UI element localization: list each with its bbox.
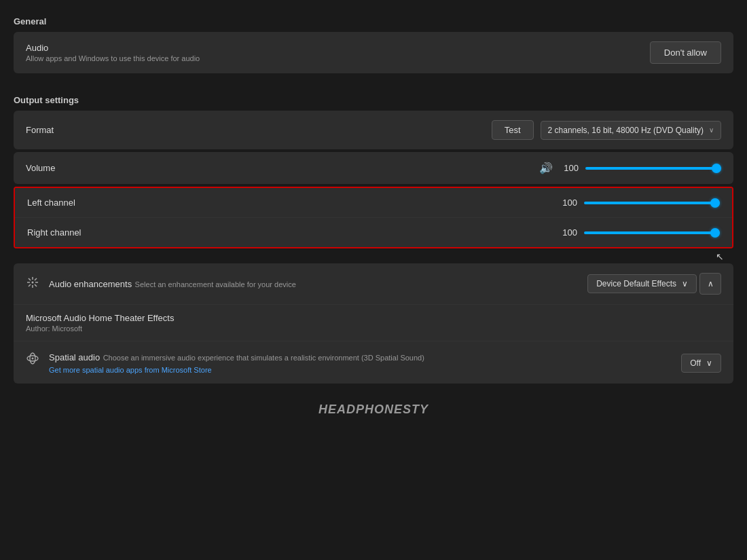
spatial-text: Spatial audio Choose an immersive audio … xyxy=(49,351,424,374)
left-channel-thumb xyxy=(710,198,720,208)
volume-track xyxy=(585,167,721,170)
general-title: General xyxy=(14,11,733,32)
right-channel-label: Right channel xyxy=(27,227,81,238)
svg-line-7 xyxy=(35,278,37,280)
left-channel-label: Left channel xyxy=(27,198,75,208)
svg-line-6 xyxy=(35,284,37,286)
audio-card: Audio Allow apps and Windows to use this… xyxy=(14,32,733,73)
audio-right: Don't allow xyxy=(650,41,721,64)
volume-value: 100 xyxy=(560,163,579,173)
format-row: Format Test 2 channels, 16 bit, 48000 Hz… xyxy=(14,111,733,149)
volume-label: Volume xyxy=(26,163,55,173)
test-button[interactable]: Test xyxy=(492,120,534,140)
spatial-label: Spatial audio xyxy=(49,352,100,362)
left-channel-row: Left channel 100 xyxy=(15,188,732,218)
spatial-chevron-icon: ∨ xyxy=(706,358,712,368)
svg-point-0 xyxy=(32,282,34,284)
audio-enh-collapse-button[interactable]: ∧ xyxy=(699,273,721,295)
volume-row: Volume 🔊 100 xyxy=(14,152,733,184)
spatial-left: Spatial audio Choose an immersive audio … xyxy=(26,351,424,374)
ms-theater-row: Microsoft Audio Home Theater Effects Aut… xyxy=(14,305,733,341)
svg-line-8 xyxy=(29,284,31,286)
format-label: Format xyxy=(26,125,54,135)
right-channel-track xyxy=(584,231,720,234)
right-channel-thumb xyxy=(710,228,720,238)
audio-enh-left: Audio enhancements Select an enhancement… xyxy=(26,276,296,291)
audio-enh-text: Audio enhancements Select an enhancement… xyxy=(49,278,296,290)
right-channel-right: 100 xyxy=(558,227,720,238)
left-channel-slider[interactable] xyxy=(584,202,720,204)
volume-thumb xyxy=(712,164,721,173)
audio-row: Audio Allow apps and Windows to use this… xyxy=(14,32,733,73)
format-card: Format Test 2 channels, 16 bit, 48000 Hz… xyxy=(14,111,733,149)
format-text: Format xyxy=(26,125,54,135)
footer-brand: HEADPHONESTY xyxy=(14,386,733,424)
audio-text: Audio Allow apps and Windows to use this… xyxy=(26,43,200,62)
volume-card: Volume 🔊 100 xyxy=(14,152,733,184)
dont-allow-button[interactable]: Don't allow xyxy=(650,41,721,64)
device-default-value: Device Default Effects xyxy=(596,279,676,288)
format-dropdown-value: 2 channels, 16 bit, 48000 Hz (DVD Qualit… xyxy=(548,126,704,135)
format-dropdown[interactable]: 2 channels, 16 bit, 48000 Hz (DVD Qualit… xyxy=(541,121,721,140)
volume-slider[interactable] xyxy=(585,167,721,170)
ms-theater-author: Author: Microsoft xyxy=(26,324,721,333)
spatial-store-link[interactable]: Get more spatial audio apps from Microso… xyxy=(49,366,424,374)
right-channel-text: Right channel xyxy=(27,227,81,238)
output-settings-title: Output settings xyxy=(14,87,733,111)
ms-theater-label: Microsoft Audio Home Theater Effects xyxy=(26,313,721,323)
volume-text: Volume xyxy=(26,163,55,173)
device-default-dropdown[interactable]: Device Default Effects ∨ xyxy=(587,274,697,293)
format-chevron-icon: ∨ xyxy=(709,126,714,134)
right-channel-row: Right channel 100 xyxy=(15,218,732,247)
audio-enh-label: Audio enhancements xyxy=(49,279,132,289)
device-default-chevron-icon: ∨ xyxy=(682,279,688,288)
right-channel-value: 100 xyxy=(558,227,577,238)
spatial-audio-icon xyxy=(26,352,39,367)
spatial-dropdown-value: Off xyxy=(690,358,701,368)
volume-right: 🔊 100 xyxy=(539,162,721,174)
audio-enhancements-icon xyxy=(26,276,39,291)
audio-label: Audio xyxy=(26,43,200,53)
left-channel-right: 100 xyxy=(558,198,720,208)
audio-enh-right: Device Default Effects ∨ ∧ xyxy=(587,273,721,295)
left-channel-value: 100 xyxy=(558,198,577,208)
spatial-audio-row: Spatial audio Choose an immersive audio … xyxy=(14,341,733,384)
spatial-sublabel: Choose an immersive audio experience tha… xyxy=(103,354,424,362)
spatial-dropdown[interactable]: Off ∨ xyxy=(681,354,721,373)
svg-point-11 xyxy=(32,358,34,360)
format-right: Test 2 channels, 16 bit, 48000 Hz (DVD Q… xyxy=(492,120,721,140)
left-channel-text: Left channel xyxy=(27,198,75,208)
audio-sublabel: Allow apps and Windows to use this devic… xyxy=(26,54,200,62)
right-channel-slider[interactable] xyxy=(584,231,720,234)
spatial-right: Off ∨ xyxy=(681,351,721,373)
audio-enhancements-card: Audio enhancements Select an enhancement… xyxy=(14,263,733,384)
left-channel-track xyxy=(584,202,720,204)
speaker-icon: 🔊 xyxy=(539,162,553,174)
audio-enh-sublabel: Select an enhancement available for your… xyxy=(135,280,296,288)
audio-enhancements-row: Audio enhancements Select an enhancement… xyxy=(14,263,733,305)
channel-section: Left channel 100 Right channel 100 xyxy=(14,187,733,248)
svg-line-5 xyxy=(29,278,31,280)
cursor-pointer: ↖ xyxy=(716,251,724,262)
